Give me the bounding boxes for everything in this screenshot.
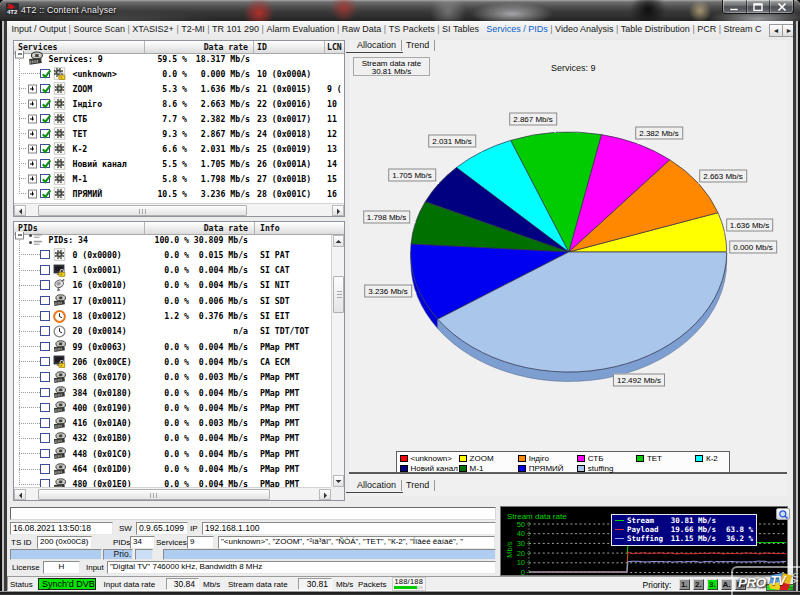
maximize-button[interactable] [747, 0, 771, 13]
tab-table-distribution[interactable]: Table Distribution [618, 24, 692, 34]
magnifier-button[interactable] [776, 508, 790, 520]
subtab-allocation[interactable]: Allocation [353, 480, 400, 490]
row-checkbox[interactable] [40, 311, 50, 321]
tab-t2-mi[interactable]: T2-MI [179, 24, 208, 34]
minimize-button[interactable] [723, 0, 747, 13]
row-checkbox[interactable] [40, 144, 50, 154]
tab-stream-c[interactable]: Stream C [721, 24, 764, 34]
tree-row[interactable]: 1 (0x0001)0.0 %0.004 Mb/sSI CAT [14, 263, 344, 278]
row-checkbox[interactable] [40, 84, 50, 94]
expand-collapse-box[interactable] [28, 174, 37, 183]
tab-input-output[interactable]: Input / Output [9, 24, 69, 34]
tree-row[interactable]: 99 (0x0063)0.0 %0.004 Mb/sPMap PMT [14, 339, 344, 354]
tree-row[interactable]: 206 (0x00CE)0.0 %0.004 Mb/sCA ECM [14, 354, 344, 369]
tab-tr-101-290[interactable]: TR 101 290 [210, 24, 262, 34]
priority-button-3[interactable]: 3. [707, 579, 719, 590]
tab-pcr[interactable]: PCR [695, 24, 719, 34]
pids-vscrollbar[interactable] [331, 235, 344, 487]
scroll-thumb[interactable] [38, 205, 247, 216]
tree-row[interactable]: <unknown>0.0 %0.000 Mb/s10 (0x000A) [14, 66, 344, 81]
services-hscrollbar[interactable] [14, 203, 344, 216]
row-checkbox[interactable] [40, 449, 50, 459]
scroll-right-button[interactable] [332, 205, 344, 216]
row-checkbox[interactable] [40, 326, 50, 336]
subtab-allocation[interactable]: Allocation [353, 40, 400, 50]
title-bar[interactable]: 4T2 4T2 :: Content Analyser [0, 0, 800, 21]
tab-video-analysis[interactable]: Video Analysis [553, 24, 616, 34]
expand-collapse-box[interactable] [28, 159, 37, 168]
tree-row[interactable]: 448 (0x01C0)0.0 %0.004 Mb/sPMap PMT [14, 446, 344, 461]
row-checkbox[interactable] [40, 129, 50, 139]
row-checkbox[interactable] [40, 388, 50, 398]
row-checkbox[interactable] [40, 296, 50, 306]
tree-row[interactable]: 20 (0x0014)n/aSI TDT/TOT [14, 324, 344, 339]
tree-row[interactable]: 384 (0x0180)0.0 %0.004 Mb/sPMap PMT [14, 385, 344, 400]
tab-alarm-evaluation[interactable]: Alarm Evaluation [264, 24, 337, 34]
expand-collapse-box[interactable] [28, 84, 37, 93]
row-checkbox[interactable] [40, 403, 50, 413]
scroll-right-button[interactable] [319, 489, 331, 500]
row-checkbox[interactable] [40, 342, 50, 352]
row-checkbox[interactable] [40, 114, 50, 124]
scroll-left-button[interactable] [14, 489, 26, 500]
tab-source-scan[interactable]: Source Scan [71, 24, 128, 34]
priority-button-1[interactable]: 1. [679, 579, 691, 590]
tree-row[interactable]: Новий канал5.5 %1.705 Mb/s26 (0x001A)14 [14, 156, 344, 171]
tree-row[interactable]: ПРЯМИЙ10.5 %3.236 Mb/s28 (0x001C)16 [14, 186, 344, 201]
tab-services-pids[interactable]: Services / PIDs [484, 24, 551, 34]
row-checkbox[interactable] [40, 99, 50, 109]
pids-hscrollbar[interactable] [14, 487, 331, 500]
expand-collapse-box[interactable] [15, 235, 24, 244]
row-checkbox[interactable] [40, 69, 50, 79]
tree-row[interactable]: 432 (0x01B0)0.0 %0.004 Mb/sPMap PMT [14, 431, 344, 446]
tree-row[interactable]: 17 (0x0011)0.0 %0.006 Mb/sSI SDT [14, 293, 344, 308]
scroll-left-button[interactable] [14, 205, 26, 216]
tree-row[interactable]: 16 (0x0010)0.0 %0.004 Mb/sSI NIT [14, 278, 344, 293]
expand-collapse-box[interactable] [28, 189, 37, 198]
row-checkbox[interactable] [40, 189, 50, 199]
tab-raw-data[interactable]: Raw Data [339, 24, 384, 34]
row-checkbox[interactable] [40, 357, 50, 367]
row-checkbox[interactable] [40, 250, 50, 260]
tab-ts-packets[interactable]: TS Packets [386, 24, 437, 34]
priority-button-2[interactable]: 2. [693, 579, 705, 590]
row-checkbox[interactable] [40, 464, 50, 474]
tree-row[interactable]: 400 (0x0190)0.0 %0.004 Mb/sPMap PMT [14, 400, 344, 415]
tree-row[interactable]: 368 (0x0170)0.0 %0.003 Mb/sPMap PMT [14, 370, 344, 385]
row-checkbox[interactable] [40, 265, 50, 275]
scroll-down-button[interactable] [333, 475, 344, 487]
expand-collapse-box[interactable] [28, 144, 37, 153]
tree-row[interactable]: Індіго8.6 %2.663 Mb/s22 (0x0016)10 [14, 96, 344, 111]
row-checkbox[interactable] [40, 433, 50, 443]
subtab-trend[interactable]: Trend [402, 480, 433, 490]
tree-group-row[interactable]: Services: 959.5 %18.317 Mb/s [14, 51, 344, 66]
tab-xtasis2-[interactable]: XTASIS2+ [130, 24, 177, 34]
row-checkbox[interactable] [40, 280, 50, 290]
row-checkbox[interactable] [40, 159, 50, 169]
expand-collapse-box[interactable] [28, 99, 37, 108]
tree-row[interactable]: ТЕТ9.3 %2.867 Mb/s24 (0x0018)12 [14, 126, 344, 141]
expand-collapse-box[interactable] [15, 54, 24, 63]
row-checkbox[interactable] [40, 372, 50, 382]
message-field[interactable] [10, 507, 497, 520]
tree-row[interactable]: 464 (0x01D0)0.0 %0.004 Mb/sPMap PMT [14, 462, 344, 477]
tab-scroll-left-button[interactable]: ◄ [769, 24, 783, 37]
close-button[interactable] [770, 0, 793, 13]
tree-row[interactable]: 0 (0x0000)0.0 %0.015 Mb/sSI PAT [14, 247, 344, 262]
tree-row[interactable]: М-15.8 %1.798 Mb/s27 (0x001B)15 [14, 171, 344, 186]
row-checkbox[interactable] [40, 418, 50, 428]
tab-si-tables[interactable]: SI Tables [440, 24, 482, 34]
expand-collapse-box[interactable] [28, 114, 37, 123]
tree-row[interactable]: СТБ7.7 %2.382 Mb/s23 (0x0017)11 [14, 111, 344, 126]
tree-group-row[interactable]: PIDs: 34100.0 %30.809 Mb/s [14, 232, 344, 247]
pie-chart[interactable] [349, 56, 787, 472]
scroll-thumb[interactable] [38, 489, 270, 500]
tree-row[interactable]: ZOOM5.3 %1.636 Mb/s21 (0x0015)9 ( [14, 81, 344, 96]
subtab-trend[interactable]: Trend [402, 40, 433, 50]
tree-row[interactable]: К-26.6 %2.031 Mb/s25 (0x0019)13 [14, 141, 344, 156]
scroll-up-button[interactable] [333, 235, 344, 247]
scroll-thumb[interactable] [333, 276, 344, 313]
row-checkbox[interactable] [40, 174, 50, 184]
tree-row[interactable]: 416 (0x01A0)0.0 %0.003 Mb/sPMap PMT [14, 416, 344, 431]
tree-row[interactable]: 18 (0x0012)1.2 %0.376 Mb/sSI EIT [14, 309, 344, 324]
